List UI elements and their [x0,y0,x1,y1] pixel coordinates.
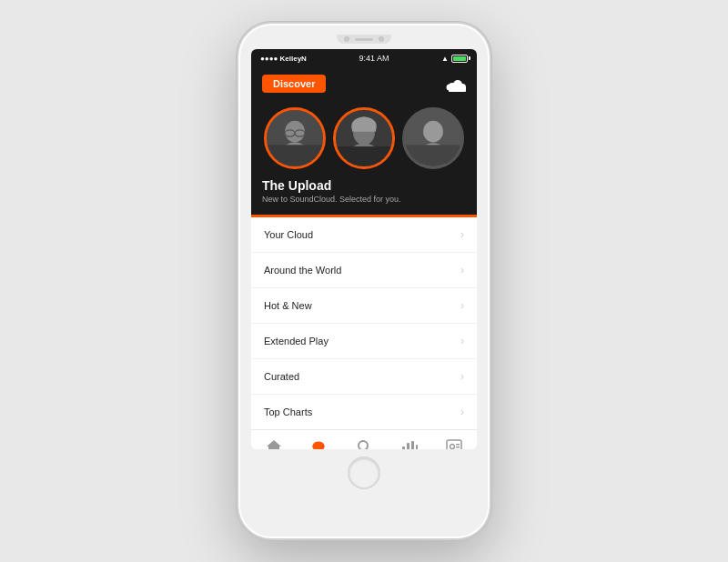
menu-item-label: Top Charts [264,406,312,417]
menu-item-extended-play[interactable]: Extended Play › [251,324,477,359]
svg-rect-15 [336,146,392,166]
chevron-icon: › [460,370,464,383]
chevron-icon: › [460,264,464,276]
artist-circles [262,107,466,169]
svg-rect-30 [456,444,460,446]
menu-list: Your Cloud › Around the World › Hot & Ne… [251,217,477,429]
svg-rect-26 [411,441,414,449]
svg-rect-31 [456,447,460,448]
menu-item-label: Around the World [264,265,341,276]
nav-item-home[interactable]: Home [251,439,297,449]
menu-item-label: Curated [264,371,299,382]
svg-point-4 [447,85,453,91]
chevron-icon: › [460,228,464,241]
artist-circle-2[interactable] [333,107,395,169]
phone-frame: ●●●● KelleyN 9:41 AM ▲ Discover [237,22,491,540]
menu-item-label: Hot & New [264,300,312,311]
svg-point-29 [450,445,455,449]
artist-circle-3[interactable] [402,107,464,169]
nav-item-discover[interactable]: Discover [297,439,342,449]
chevron-icon: › [460,406,464,418]
status-right: ▲ [441,55,468,63]
hero-title: The Upload [262,178,466,193]
artist-circle-1[interactable] [264,107,326,169]
home-icon [266,439,282,449]
svg-point-17 [423,121,443,143]
menu-item-your-cloud[interactable]: Your Cloud › [251,217,477,253]
carrier-text: ●●●● KelleyN [260,55,307,63]
top-notch [337,35,391,44]
time-text: 9:41 AM [359,54,389,63]
speaker-slot [355,38,373,41]
menu-item-hot-and-new[interactable]: Hot & New › [251,288,477,324]
svg-point-22 [359,441,368,449]
menu-item-around-the-world[interactable]: Around the World › [251,253,477,288]
chevron-icon: › [460,299,464,312]
phone-screen: ●●●● KelleyN 9:41 AM ▲ Discover [251,49,477,449]
camera-dot [344,36,349,42]
svg-rect-19 [405,145,461,166]
camera-dot-2 [379,36,384,42]
hero-section: The Upload New to SoundCloud. Selected f… [251,98,477,215]
status-bar: ●●●● KelleyN 9:41 AM ▲ [251,49,477,67]
chevron-icon: › [460,335,464,347]
menu-item-top-charts[interactable]: Top Charts › [251,395,477,429]
menu-item-label: Extended Play [264,336,329,346]
soundcloud-logo [437,75,466,92]
hero-subtitle: New to SoundCloud. Selected for you. [262,195,466,204]
header: Discover [251,67,477,98]
menu-item-label: Your Cloud [264,229,313,240]
bottom-nav: Home Discover Search [251,429,477,449]
nav-item-playing[interactable]: Playing [387,439,432,449]
menu-item-curated[interactable]: Curated › [251,359,477,395]
nav-item-search[interactable]: Search [341,439,387,449]
search-icon [357,439,371,449]
svg-rect-8 [267,145,323,166]
svg-rect-27 [416,445,418,449]
home-button[interactable] [348,457,380,489]
battery-icon [451,55,468,63]
signal-icon: ▲ [441,55,449,63]
discover-icon [309,439,328,449]
hero-text: The Upload New to SoundCloud. Selected f… [262,178,466,204]
discover-button[interactable]: Discover [262,75,326,93]
nav-item-library[interactable]: Library [431,439,477,449]
playing-icon [401,439,418,449]
svg-rect-24 [402,447,405,449]
library-icon [446,439,462,449]
battery-fill [453,56,466,61]
svg-rect-25 [407,443,410,449]
